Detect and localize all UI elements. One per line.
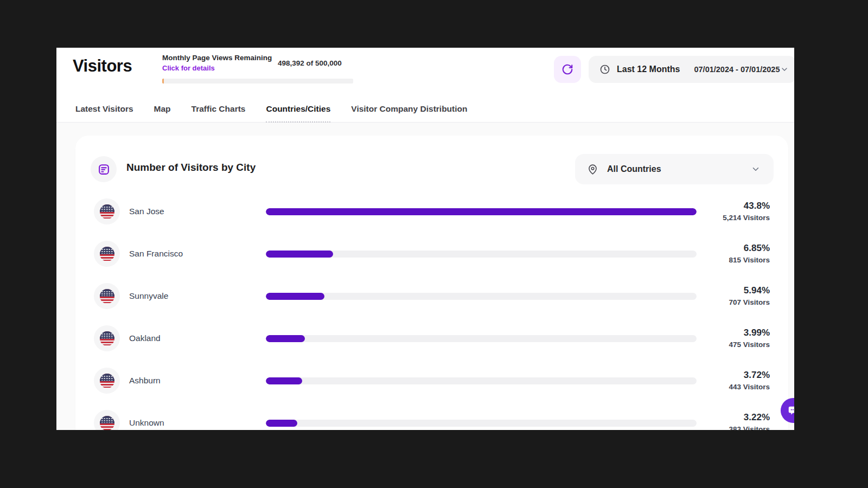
report-lines-icon xyxy=(97,163,111,176)
city-label: San Jose xyxy=(129,207,266,216)
tab[interactable]: Countries/Cities xyxy=(266,96,330,122)
bar-track xyxy=(266,208,697,215)
bar-fill xyxy=(266,420,297,427)
bar-track xyxy=(266,293,697,300)
city-row: Unknown 3.22% 383 Visitors xyxy=(94,402,770,430)
city-label: Unknown xyxy=(129,418,266,428)
visitors-by-city-card: Number of Visitors by City All Countries… xyxy=(75,136,788,430)
tab-label: Visitor Company Distribution xyxy=(351,104,467,114)
quota-value: 498,392 of 500,000 xyxy=(278,59,342,67)
tab-label: Countries/Cities xyxy=(266,104,330,114)
bar-track xyxy=(266,335,697,342)
us-flag-icon xyxy=(100,331,114,346)
tab-label: Latest Visitors xyxy=(75,104,133,114)
percent-value: 6.85% xyxy=(697,242,770,254)
flag-avatar xyxy=(94,241,120,267)
date-range-value: 07/01/2024 - 07/01/2025 xyxy=(694,65,780,74)
tab[interactable]: Visitor Company Distribution xyxy=(351,96,467,122)
flag-avatar xyxy=(94,198,120,224)
row-values: 43.8% 5,214 Visitors xyxy=(697,200,770,223)
date-range-label: Last 12 Months xyxy=(617,65,680,74)
map-pin-icon xyxy=(587,164,598,175)
row-values: 3.99% 475 Visitors xyxy=(697,327,770,350)
app-window: Visitors Monthly Page Views Remaining Cl… xyxy=(56,48,794,430)
bar-track xyxy=(266,377,697,384)
city-row: San Francisco 6.85% 815 Visitors xyxy=(94,233,770,275)
clock-icon xyxy=(599,64,610,75)
visitor-count: 383 Visitors xyxy=(697,425,770,430)
percent-value: 3.72% xyxy=(697,369,770,381)
quota-label: Monthly Page Views Remaining xyxy=(162,54,272,62)
row-values: 3.72% 443 Visitors xyxy=(697,369,770,392)
visitor-count: 815 Visitors xyxy=(697,255,770,265)
quota-details-link[interactable]: Click for details xyxy=(162,64,272,72)
city-row: Sunnyvale 5.94% 707 Visitors xyxy=(94,275,770,317)
quota-block: Monthly Page Views Remaining Click for d… xyxy=(162,54,272,72)
country-filter-dropdown[interactable]: All Countries xyxy=(575,154,774,184)
bar-track xyxy=(266,251,697,258)
city-rows-list: San Jose 43.8% 5,214 Visitors San Franci… xyxy=(94,190,770,430)
chat-bubble-icon xyxy=(787,404,794,416)
page-title: Visitors xyxy=(73,56,132,76)
bar-fill xyxy=(266,208,697,215)
visitor-count: 5,214 Visitors xyxy=(697,213,770,223)
city-label: Oakland xyxy=(129,333,266,343)
visitor-count: 475 Visitors xyxy=(697,340,770,350)
bar-fill xyxy=(266,377,302,384)
bar-fill xyxy=(266,251,333,258)
city-row: Oakland 3.99% 475 Visitors xyxy=(94,317,770,359)
panel-icon-badge xyxy=(91,156,117,182)
content-area: Number of Visitors by City All Countries… xyxy=(56,123,794,430)
city-label: Ashburn xyxy=(129,376,266,386)
date-range-picker[interactable]: Last 12 Months 07/01/2024 - 07/01/2025 xyxy=(589,56,794,83)
us-flag-icon xyxy=(100,247,114,261)
visitor-count: 443 Visitors xyxy=(697,382,770,392)
flag-avatar xyxy=(94,410,120,430)
percent-value: 3.99% xyxy=(697,327,770,339)
city-label: San Francisco xyxy=(129,249,266,259)
tab-label: Traffic Charts xyxy=(192,104,246,114)
chevron-down-icon xyxy=(780,65,789,74)
tab-label: Map xyxy=(154,104,171,114)
chevron-down-icon xyxy=(751,164,761,174)
percent-value: 43.8% xyxy=(697,200,770,212)
visitor-count: 707 Visitors xyxy=(697,298,770,307)
us-flag-icon xyxy=(100,204,114,219)
flag-avatar xyxy=(94,325,120,351)
quota-progressbar xyxy=(162,79,353,84)
city-row: San Jose 43.8% 5,214 Visitors xyxy=(94,190,770,233)
quota-progress-fill xyxy=(162,79,164,84)
bar-fill xyxy=(266,293,324,300)
tab[interactable]: Latest Visitors xyxy=(75,96,133,122)
us-flag-icon xyxy=(100,416,114,431)
tab-bar: Latest Visitors Map Traffic Charts Count… xyxy=(56,96,794,123)
row-values: 3.22% 383 Visitors xyxy=(697,412,770,430)
tab[interactable]: Traffic Charts xyxy=(192,96,246,122)
bar-track xyxy=(266,420,697,427)
country-filter-value: All Countries xyxy=(607,164,661,174)
panel-title: Number of Visitors by City xyxy=(126,162,256,174)
us-flag-icon xyxy=(100,374,114,388)
flag-avatar xyxy=(94,283,120,309)
us-flag-icon xyxy=(100,289,114,304)
bar-fill xyxy=(266,335,305,342)
row-values: 6.85% 815 Visitors xyxy=(697,242,770,265)
city-row: Ashburn 3.72% 443 Visitors xyxy=(94,359,770,402)
row-values: 5.94% 707 Visitors xyxy=(697,285,770,307)
refresh-icon xyxy=(561,63,573,75)
flag-avatar xyxy=(94,368,120,394)
tab[interactable]: Map xyxy=(154,96,171,122)
city-label: Sunnyvale xyxy=(129,291,266,301)
refresh-button[interactable] xyxy=(554,56,581,83)
percent-value: 5.94% xyxy=(697,285,770,297)
percent-value: 3.22% xyxy=(697,412,770,423)
